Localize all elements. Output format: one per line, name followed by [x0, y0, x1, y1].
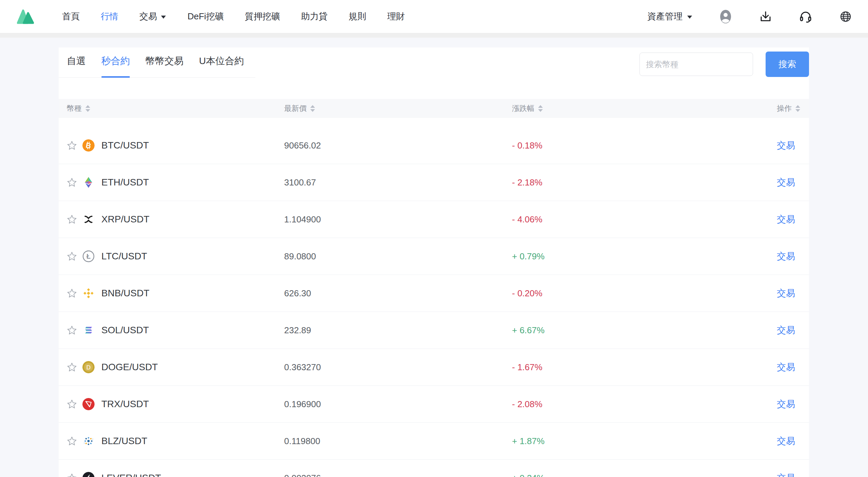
user-avatar[interactable] [718, 9, 733, 24]
trade-link[interactable]: 交易 [777, 472, 801, 477]
pair-label: LEVER/USDT [101, 473, 161, 477]
column-header-action[interactable]: 操作 [777, 103, 801, 114]
favorite-star-icon[interactable] [67, 140, 77, 151]
sort-icon [795, 105, 801, 112]
favorite-star-icon[interactable] [67, 325, 77, 335]
table-row: D DOGE/USDT 0.363270 - 1.67% 交易 [59, 349, 809, 386]
btc-icon: B [82, 139, 95, 152]
xrp-icon [82, 213, 95, 225]
trade-link[interactable]: 交易 [777, 398, 801, 410]
favorite-star-icon[interactable] [67, 399, 77, 409]
sort-icon [538, 105, 543, 112]
sol-icon [82, 324, 95, 336]
change-percent: - 2.18% [512, 177, 777, 188]
last-price: 0.363270 [284, 362, 512, 373]
favorite-star-icon[interactable] [67, 362, 77, 372]
last-price: 90656.02 [284, 140, 512, 151]
favorite-star-icon[interactable] [67, 288, 77, 298]
nav-item-markets[interactable]: 行情 [101, 11, 118, 22]
sort-icon [310, 105, 315, 112]
table-row: BNB/USDT 626.30 - 0.20% 交易 [59, 275, 809, 312]
column-header-change[interactable]: 漲跌幅 [512, 103, 777, 114]
market-rows: B BTC/USDT 90656.02 - 0.18% 交易 ETH/USDT … [59, 127, 809, 477]
table-row: LEVER/USDT 0.002076 + 0.24% 交易 [59, 460, 809, 477]
pair-cell: Ł LTC/USDT [67, 250, 284, 262]
nav-item-home[interactable]: 首頁 [62, 11, 80, 22]
pair-cell: LEVER/USDT [67, 472, 284, 477]
svg-text:Ł: Ł [86, 253, 91, 260]
trade-link[interactable]: 交易 [777, 176, 801, 188]
last-price: 626.30 [284, 288, 512, 299]
language-globe-icon[interactable] [839, 9, 853, 24]
trade-link[interactable]: 交易 [777, 435, 801, 447]
tab-favorites[interactable]: 自選 [67, 54, 86, 77]
trade-link[interactable]: 交易 [777, 213, 801, 225]
change-percent: - 1.67% [512, 362, 777, 373]
change-percent: - 0.20% [512, 288, 777, 299]
eth-icon [82, 176, 95, 188]
trade-link[interactable]: 交易 [777, 324, 801, 336]
support-headset-icon[interactable] [798, 9, 813, 24]
nav-item-wealth[interactable]: 理財 [387, 11, 405, 22]
table-row: BLZ/USDT 0.119800 + 1.87% 交易 [59, 423, 809, 460]
brand-logo[interactable] [15, 8, 36, 25]
markets-card: 自選 秒合約 幣幣交易 U本位合約 搜索 幣種 最新價 漲跌幅 操作 B [59, 47, 809, 477]
blz-icon [82, 435, 95, 447]
table-row: SOL/USDT 232.89 + 6.67% 交易 [59, 312, 809, 349]
last-price: 0.002076 [284, 473, 512, 477]
change-percent: + 0.79% [512, 251, 777, 262]
favorite-star-icon[interactable] [67, 177, 77, 187]
pair-label: ETH/USDT [101, 177, 149, 188]
trade-link[interactable]: 交易 [777, 287, 801, 299]
nav-divider-strip [0, 33, 868, 38]
chevron-down-icon [161, 16, 166, 19]
pair-cell: XRP/USDT [67, 213, 284, 225]
pair-label: LTC/USDT [101, 251, 147, 262]
chevron-down-icon [687, 16, 692, 19]
tab-second-contract[interactable]: 秒合約 [101, 54, 130, 77]
favorite-star-icon[interactable] [67, 251, 77, 261]
svg-text:D: D [86, 364, 91, 371]
table-row: TRX/USDT 0.196900 - 2.08% 交易 [59, 386, 809, 423]
pair-label: TRX/USDT [101, 399, 149, 410]
table-row: Ł LTC/USDT 89.0800 + 0.79% 交易 [59, 238, 809, 275]
nav-item-trade[interactable]: 交易 [139, 11, 166, 22]
change-percent: - 2.08% [512, 399, 777, 410]
nav-item-staking[interactable]: 質押挖礦 [245, 11, 280, 22]
tab-spot-trading[interactable]: 幣幣交易 [145, 54, 183, 77]
last-price: 232.89 [284, 325, 512, 336]
table-row: B BTC/USDT 90656.02 - 0.18% 交易 [59, 127, 809, 164]
pair-label: BLZ/USDT [101, 436, 147, 446]
pair-cell: BLZ/USDT [67, 435, 284, 447]
change-percent: + 0.24% [512, 473, 777, 477]
last-price: 0.119800 [284, 436, 512, 446]
table-row: ETH/USDT 3100.67 - 2.18% 交易 [59, 164, 809, 201]
favorite-star-icon[interactable] [67, 214, 77, 224]
tab-usdt-contract[interactable]: U本位合約 [199, 54, 244, 77]
lever-icon [82, 472, 95, 477]
favorite-star-icon[interactable] [67, 436, 77, 446]
search-input[interactable] [639, 53, 753, 76]
favorite-star-icon[interactable] [67, 473, 77, 477]
assets-dropdown[interactable]: 資產管理 [647, 11, 693, 22]
main-menu: 首頁 行情 交易 DeFi挖礦 質押挖礦 助力貸 規則 理財 [62, 11, 405, 22]
ltc-icon: Ł [82, 250, 95, 262]
pair-label: SOL/USDT [101, 325, 149, 336]
trade-link[interactable]: 交易 [777, 250, 801, 262]
table-header-row: 幣種 最新價 漲跌幅 操作 [59, 99, 809, 118]
trx-icon [82, 398, 95, 410]
pair-label: BTC/USDT [101, 140, 149, 151]
download-app-icon[interactable] [758, 9, 773, 24]
pair-label: XRP/USDT [101, 214, 150, 225]
trade-link[interactable]: 交易 [777, 361, 801, 373]
pair-cell: BNB/USDT [67, 287, 284, 299]
search-button[interactable]: 搜索 [766, 52, 809, 77]
pair-label: BNB/USDT [101, 288, 150, 299]
pair-cell: B BTC/USDT [67, 139, 284, 152]
trade-link[interactable]: 交易 [777, 139, 801, 152]
nav-item-defi-mining[interactable]: DeFi挖礦 [188, 11, 224, 22]
column-header-coin[interactable]: 幣種 [67, 103, 284, 114]
nav-item-loan[interactable]: 助力貸 [301, 11, 328, 22]
nav-item-rules[interactable]: 規則 [349, 11, 366, 22]
column-header-price[interactable]: 最新價 [284, 103, 512, 114]
